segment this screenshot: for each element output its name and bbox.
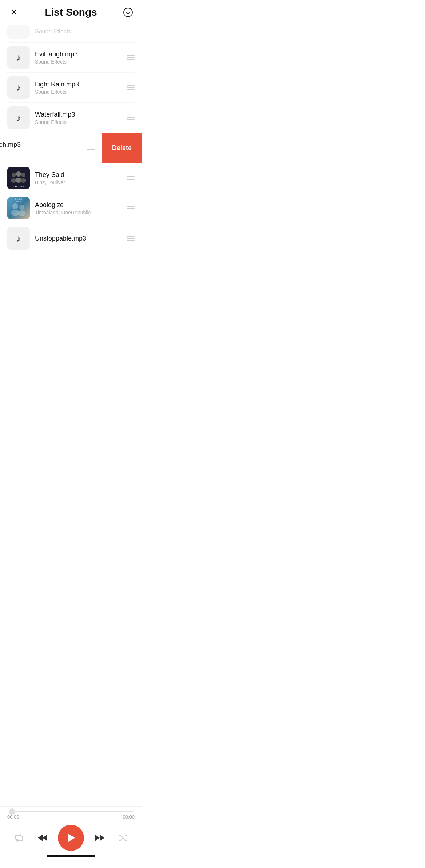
- drag-handle[interactable]: [127, 85, 135, 90]
- svg-point-7: [21, 173, 25, 177]
- svg-point-3: [12, 173, 16, 177]
- drag-handle[interactable]: [127, 236, 135, 241]
- partial-thumb: [7, 25, 30, 39]
- song-info: Sandy Beach.mp3 Sound Effects: [0, 141, 82, 155]
- song-name: Light Rain.mp3: [35, 81, 122, 88]
- song-info: Apologize Timbaland; OneRepublic: [35, 201, 122, 215]
- song-thumbnail: ♪: [7, 227, 30, 250]
- swiped-content: Sandy Beach.mp3 Sound Effects: [0, 133, 102, 163]
- drag-line: [127, 57, 135, 58]
- list-item[interactable]: Kuschel ROCK Apologize Timbaland; OneRep…: [0, 193, 142, 223]
- svg-point-12: [11, 210, 19, 216]
- music-note-icon: ♪: [16, 112, 21, 124]
- drag-line: [127, 117, 135, 118]
- song-list: ♪ Evil laugh.mp3 Sound Effects ♪ Light R…: [0, 43, 142, 253]
- song-artist: Sound Effects: [0, 149, 82, 155]
- list-item[interactable]: THEY SAID They Said Binz, Touliver: [0, 163, 142, 193]
- drag-line: [127, 176, 135, 177]
- partial-song-label: Sound Effects: [35, 28, 71, 35]
- drag-line: [127, 179, 135, 180]
- svg-point-8: [20, 178, 26, 183]
- song-thumbnail: ♪: [7, 46, 30, 69]
- song-name: Sandy Beach.mp3: [0, 141, 82, 149]
- download-button[interactable]: [121, 6, 135, 19]
- svg-point-14: [18, 210, 25, 216]
- song-info: Waterfall.mp3 Sound Effects: [35, 111, 122, 125]
- music-note-icon: ♪: [16, 233, 21, 244]
- drag-line: [127, 206, 135, 207]
- drag-line: [127, 119, 135, 120]
- svg-text:ROCK: ROCK: [16, 201, 21, 202]
- drag-line: [87, 146, 95, 146]
- svg-point-13: [19, 205, 24, 210]
- song-name: Evil laugh.mp3: [35, 51, 122, 58]
- song-name: They Said: [35, 171, 122, 179]
- song-info: They Said Binz, Touliver: [35, 171, 122, 185]
- partial-song-item: Sound Effects: [0, 23, 142, 42]
- svg-text:Kuschel: Kuschel: [15, 198, 22, 200]
- song-artist: Sound Effects: [35, 89, 122, 95]
- song-artist: Sound Effects: [35, 59, 122, 65]
- drag-line: [87, 148, 95, 148]
- drag-line: [87, 149, 95, 150]
- song-name: Waterfall.mp3: [35, 111, 122, 118]
- song-thumbnail: Kuschel ROCK: [7, 197, 30, 219]
- list-item[interactable]: ♪ Unstoppable.mp3: [0, 223, 142, 253]
- drag-line: [127, 208, 135, 209]
- music-note-icon: ♪: [16, 82, 21, 93]
- drag-line: [127, 238, 135, 239]
- drag-line: [127, 59, 135, 60]
- header: ✕ List Songs: [0, 0, 142, 23]
- song-artist: Sound Effects: [35, 119, 122, 125]
- song-info: Evil laugh.mp3 Sound Effects: [35, 51, 122, 65]
- drag-handle[interactable]: [87, 146, 95, 150]
- close-icon: ✕: [11, 8, 17, 17]
- drag-line: [127, 85, 135, 86]
- drag-line: [127, 236, 135, 237]
- drag-line: [127, 87, 135, 88]
- song-info: Unstoppable.mp3: [35, 235, 122, 242]
- spacer: [0, 253, 142, 326]
- drag-handle[interactable]: [127, 116, 135, 120]
- drag-handle[interactable]: [127, 55, 135, 60]
- close-button[interactable]: ✕: [7, 6, 20, 19]
- drag-line: [127, 210, 135, 210]
- drag-line: [127, 240, 135, 241]
- svg-text:THEY SAID: THEY SAID: [13, 185, 24, 187]
- song-artist: Binz, Touliver: [35, 179, 122, 185]
- drag-line: [127, 89, 135, 90]
- drag-line: [127, 178, 135, 178]
- song-artist: Timbaland; OneRepublic: [35, 210, 122, 215]
- download-icon: [123, 7, 133, 17]
- drag-handle[interactable]: [127, 206, 135, 210]
- list-item-swiped[interactable]: Sandy Beach.mp3 Sound Effects Delete: [0, 133, 142, 163]
- song-thumbnail: ♪: [7, 76, 30, 99]
- song-name: Unstoppable.mp3: [35, 235, 122, 242]
- music-note-icon: ♪: [16, 52, 21, 63]
- song-name: Apologize: [35, 201, 122, 209]
- svg-point-11: [12, 203, 18, 209]
- drag-handle[interactable]: [127, 176, 135, 180]
- delete-button[interactable]: Delete: [102, 133, 142, 163]
- list-item[interactable]: ♪ Light Rain.mp3 Sound Effects: [0, 73, 142, 102]
- list-item[interactable]: ♪ Waterfall.mp3 Sound Effects: [0, 103, 142, 133]
- drag-line: [127, 55, 135, 56]
- list-item[interactable]: ♪ Evil laugh.mp3 Sound Effects: [0, 43, 142, 72]
- apologize-art-inner: Kuschel ROCK: [7, 197, 30, 219]
- song-thumbnail: THEY SAID: [7, 167, 30, 189]
- drag-line: [127, 116, 135, 116]
- page-title: List Songs: [45, 7, 97, 18]
- svg-point-5: [16, 171, 21, 177]
- song-info: Light Rain.mp3 Sound Effects: [35, 81, 122, 95]
- song-thumbnail: ♪: [7, 106, 30, 129]
